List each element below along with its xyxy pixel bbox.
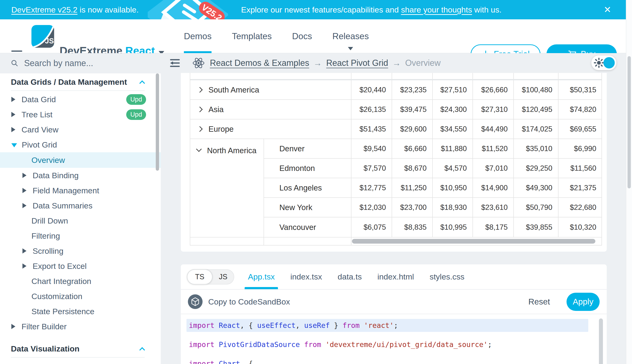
value-cell: $69,655 <box>558 120 602 138</box>
nav-templates[interactable]: Templates <box>232 19 272 53</box>
theme-toggle-knob[interactable] <box>603 57 615 68</box>
row-header-cell[interactable]: North America <box>190 139 264 237</box>
sidebar-section-data-visualization[interactable]: Data Visualization <box>0 340 161 357</box>
language-toggle[interactable]: TS JS <box>187 269 234 284</box>
sidebar-item-pivot-grid[interactable]: Pivot Grid <box>0 137 161 152</box>
demo-sidebar: Data Grids / Data Management Data Grid U… <box>0 53 161 364</box>
collapse-sidebar-icon[interactable] <box>169 58 180 68</box>
sidebar-item-scrolling[interactable]: Scrolling <box>0 243 161 258</box>
value-cell: $100,480 <box>514 80 558 100</box>
table-group-north-america: North America Denver $9,540 $6,660 $11,8… <box>190 139 601 238</box>
code-panel: TS JS App.tsx index.tsx data.ts index.ht… <box>181 264 607 364</box>
value-cell: $6,075 <box>351 218 392 237</box>
codesandbox-icon[interactable] <box>188 294 202 309</box>
share-thoughts-link[interactable]: share your thoughts <box>401 5 472 14</box>
breadcrumb-parent-link[interactable]: React Pivot Grid <box>326 58 388 68</box>
value-cell: $22,680 <box>558 198 602 217</box>
triangle-right-icon <box>11 127 15 132</box>
sidebar-item-drill-down[interactable]: Drill Down <box>0 213 161 228</box>
breadcrumb-root-link[interactable]: React Demos & Examples <box>210 58 309 68</box>
row-header-cell[interactable]: Asia <box>190 100 351 119</box>
value-cell: $49,300 <box>514 178 558 197</box>
page-scrollbar-thumb[interactable] <box>627 56 631 188</box>
tab-index-tsx[interactable]: index.tsx <box>290 264 322 289</box>
tab-styles-css[interactable]: styles.css <box>430 264 465 289</box>
sidebar-scrollbar[interactable] <box>156 74 159 171</box>
code-editor[interactable]: import React, { useEffect, useRef } from… <box>181 314 607 364</box>
devextreme-js-logo[interactable]: JS <box>32 25 54 48</box>
sidebar-item-tree-list[interactable]: Tree List Upd <box>0 107 161 122</box>
tab-app-tsx[interactable]: App.tsx <box>248 264 275 289</box>
city-header-cell[interactable]: Vancouver <box>264 218 351 237</box>
sidebar-item-chart-integration[interactable]: Chart Integration <box>0 274 161 289</box>
value-cell: $7,570 <box>351 159 392 178</box>
announcement-banner: DevExtreme v25.2 is now available. V25.2… <box>0 0 632 19</box>
sun-icon <box>594 58 604 68</box>
horizontal-scrollbar[interactable] <box>352 239 595 244</box>
row-header-cell[interactable]: South America <box>190 80 351 100</box>
sidebar-item-overview[interactable]: Overview <box>0 152 161 168</box>
sidebar-item-data-grid[interactable]: Data Grid Upd <box>0 92 161 107</box>
releases-dropdown-caret-icon <box>348 47 353 50</box>
devextreme-demos-page: DevExtreme v25.2 is now available. V25.2… <box>0 0 632 364</box>
sidebar-section-data-grids[interactable]: Data Grids / Data Management <box>0 74 161 90</box>
language-ts-option[interactable]: TS <box>187 269 213 284</box>
search-icon <box>11 60 19 67</box>
city-header-cell[interactable]: Denver <box>264 139 351 158</box>
nav-docs[interactable]: Docs <box>292 19 312 53</box>
sidebar-item-data-binding[interactable]: Data Binding <box>0 168 161 183</box>
code-file-tabs: App.tsx index.tsx data.ts index.html sty… <box>248 264 465 289</box>
reset-button[interactable]: Reset <box>528 297 550 306</box>
table-row-south-america: South America $20,440 $23,235 $27,510 $2… <box>190 80 601 100</box>
city-header-cell[interactable]: Los Angeles <box>264 178 351 197</box>
table-row-asia: Asia $26,135 $39,475 $24,300 $27,310 $12… <box>190 100 601 120</box>
value-cell: $24,300 <box>433 100 473 119</box>
divider <box>11 90 145 91</box>
code-panel-header: TS JS App.tsx index.tsx data.ts index.ht… <box>181 264 607 290</box>
value-cell: $50,315 <box>558 80 602 100</box>
sidebar-item-card-view[interactable]: Card View <box>0 122 161 137</box>
triangle-right-icon <box>11 324 15 329</box>
banner-close-icon[interactable]: ✕ <box>604 5 611 14</box>
tab-data-ts[interactable]: data.ts <box>338 264 362 289</box>
apply-button[interactable]: Apply <box>566 293 600 311</box>
nav-releases[interactable]: Releases <box>332 19 369 53</box>
value-cell: $74,820 <box>558 100 602 119</box>
sidebar-item-customization[interactable]: Customization <box>0 289 161 304</box>
value-cell: $10,950 <box>433 178 473 197</box>
code-vertical-scrollbar[interactable] <box>599 318 603 364</box>
value-cell: $174,025 <box>514 120 558 138</box>
value-cell: $11,560 <box>558 159 602 178</box>
sidebar-item-data-summaries[interactable]: Data Summaries <box>0 198 161 213</box>
expand-chevron-icon[interactable] <box>197 126 202 132</box>
triangle-right-icon <box>23 188 27 193</box>
banner-text: DevExtreme v25.2 is now available. <box>11 5 139 14</box>
tab-index-html[interactable]: index.html <box>377 264 414 289</box>
sidebar-item-state-persistence[interactable]: State Persistence <box>0 304 161 319</box>
value-cell: $120,495 <box>514 100 558 119</box>
value-cell: $26,135 <box>351 100 392 119</box>
language-js-option[interactable]: JS <box>213 270 234 284</box>
city-header-cell[interactable]: Edmonton <box>264 159 351 178</box>
city-header-cell[interactable]: New York <box>264 198 351 217</box>
expand-chevron-icon[interactable] <box>197 106 202 112</box>
sidebar-item-field-management[interactable]: Field Management <box>0 183 161 198</box>
banner-version-link[interactable]: DevExtreme v25.2 <box>11 5 78 14</box>
value-cell: $7,010 <box>473 159 514 178</box>
collapse-chevron-icon[interactable] <box>196 146 201 152</box>
nav-demos[interactable]: Demos <box>184 19 212 53</box>
breadcrumb: React Demos & Examples→React Pivot Grid→… <box>210 58 441 68</box>
copy-to-codesandbox-label[interactable]: Copy to CodeSandBox <box>208 297 290 306</box>
search-input[interactable] <box>24 58 138 68</box>
search-bar[interactable] <box>0 53 161 74</box>
table-row-new-york: New York $12,030 $23,700 $18,930 $23,610… <box>264 198 602 218</box>
expand-chevron-icon[interactable] <box>197 87 202 92</box>
triangle-down-icon <box>11 143 17 147</box>
page-scrollbar-track[interactable] <box>626 0 632 364</box>
sidebar-item-filtering[interactable]: Filtering <box>0 228 161 243</box>
value-cell: $51,435 <box>351 120 392 138</box>
sidebar-item-filter-builder[interactable]: Filter Builder <box>0 319 161 334</box>
theme-toggle[interactable] <box>591 56 616 70</box>
row-header-cell[interactable]: Europe <box>190 120 351 138</box>
sidebar-item-export-to-excel[interactable]: Export to Excel <box>0 258 161 274</box>
